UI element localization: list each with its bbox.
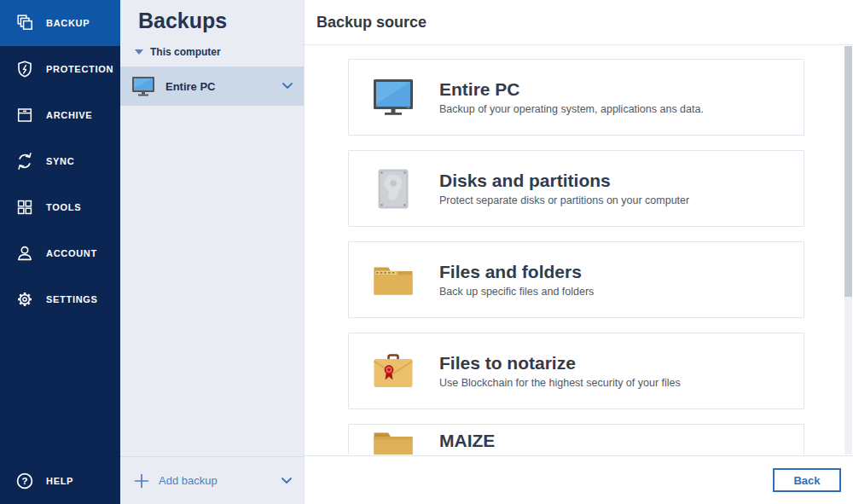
account-icon — [15, 243, 35, 264]
add-backup-label: Add backup — [159, 474, 272, 487]
settings-icon — [15, 289, 35, 310]
tools-icon — [15, 197, 35, 217]
sync-icon — [15, 151, 35, 171]
hard-disk-icon — [373, 169, 414, 209]
sidebar-item-label: ACCOUNT — [46, 248, 97, 258]
group-this-computer[interactable]: This computer — [120, 46, 304, 58]
card-title: MAIZE — [439, 431, 495, 451]
folder-icon — [373, 264, 414, 296]
app-window: BACKUP PROTECTION ARCHIVE — [0, 0, 853, 504]
scrollbar-thumb[interactable] — [844, 46, 852, 297]
sidebar-item-label: BACKUP — [46, 18, 90, 28]
help-icon: ? — [15, 471, 35, 491]
backup-source-list: Entire PC Backup of your operating syste… — [305, 46, 853, 455]
briefcase-seal-icon — [373, 353, 414, 389]
card-description: Backup of your operating system, applica… — [439, 103, 704, 115]
page-title: Backup source — [316, 14, 426, 32]
back-button[interactable]: Back — [773, 468, 841, 492]
backup-icon — [15, 13, 35, 33]
card-files-and-folders[interactable]: Files and folders Back up specific files… — [348, 241, 804, 318]
card-entire-pc[interactable]: Entire PC Backup of your operating syste… — [348, 59, 804, 136]
card-description: Back up specific files and folders — [439, 286, 594, 298]
folder-icon — [373, 431, 414, 455]
collapse-triangle-icon — [135, 49, 143, 55]
sidebar-item-protection[interactable]: PROTECTION — [0, 46, 120, 92]
sidebar-item-label: SETTINGS — [46, 294, 98, 304]
chevron-down-icon[interactable] — [281, 478, 292, 484]
chevron-down-icon[interactable] — [282, 83, 293, 90]
sidebar-item-backup[interactable]: BACKUP — [0, 0, 120, 46]
scrollbar-track[interactable] — [844, 46, 852, 455]
main-header: Backup source — [305, 0, 853, 45]
sidebar-item-label: SYNC — [46, 156, 74, 166]
card-title: Disks and partitions — [439, 171, 689, 191]
sidebar: BACKUP PROTECTION ARCHIVE — [0, 0, 120, 504]
sidebar-item-help[interactable]: ? HELP — [0, 458, 120, 504]
monitor-icon — [132, 77, 154, 96]
card-title: Files and folders — [439, 262, 594, 282]
add-backup-button[interactable]: Add backup — [120, 456, 304, 504]
main-area: Backup source Entire PC Bac — [305, 0, 853, 504]
card-description: Protect separate disks or partitions on … — [439, 194, 689, 206]
card-maize[interactable]: MAIZE — [348, 424, 804, 455]
sidebar-item-label: ARCHIVE — [46, 110, 92, 120]
group-label: This computer — [150, 46, 221, 58]
plus-icon — [134, 473, 149, 489]
protection-icon — [15, 59, 35, 79]
card-files-to-notarize[interactable]: Files to notarize Use Blockchain for the… — [348, 333, 804, 409]
backup-item-label: Entire PC — [165, 80, 271, 93]
card-disks-and-partitions[interactable]: Disks and partitions Protect separate di… — [348, 150, 804, 227]
svg-text:?: ? — [21, 476, 27, 486]
sidebar-item-settings[interactable]: SETTINGS — [0, 276, 120, 322]
backups-panel: Backups This computer Entire PC — [120, 0, 305, 504]
card-description: Use Blockchain for the highest security … — [439, 377, 681, 389]
monitor-icon — [373, 79, 414, 116]
sidebar-item-tools[interactable]: TOOLS — [0, 184, 120, 230]
sidebar-item-archive[interactable]: ARCHIVE — [0, 92, 120, 138]
backup-list-item-entire-pc[interactable]: Entire PC — [120, 67, 304, 106]
footer-bar: Back — [305, 455, 853, 504]
sidebar-item-sync[interactable]: SYNC — [0, 138, 120, 184]
card-title: Entire PC — [439, 79, 704, 100]
archive-icon — [15, 105, 35, 125]
sidebar-item-label: TOOLS — [46, 202, 81, 212]
card-title: Files to notarize — [439, 353, 681, 374]
sidebar-item-label: HELP — [46, 476, 73, 486]
panel-title: Backups — [120, 0, 304, 33]
sidebar-item-account[interactable]: ACCOUNT — [0, 230, 120, 276]
sidebar-item-label: PROTECTION — [46, 64, 113, 74]
